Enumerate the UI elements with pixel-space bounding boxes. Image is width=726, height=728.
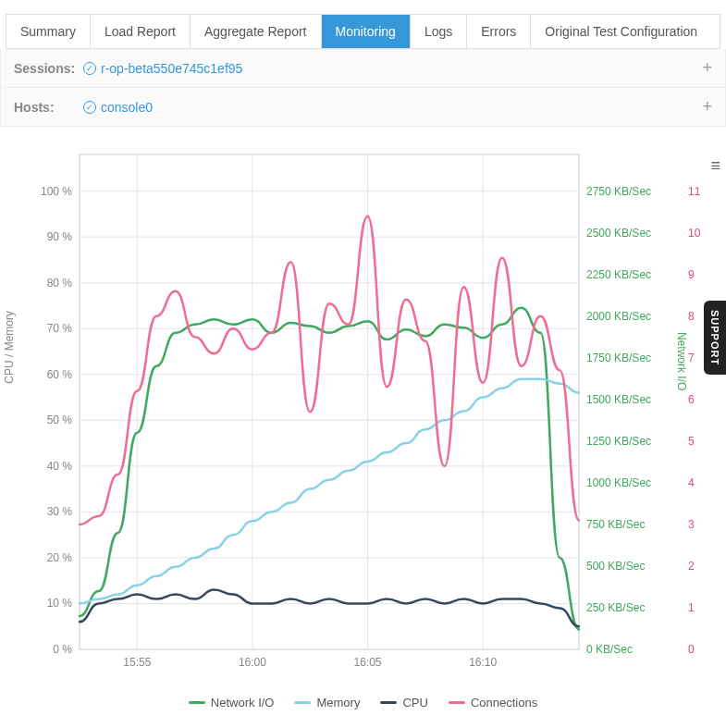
svg-text:10 %: 10 % <box>47 597 73 610</box>
svg-text:2: 2 <box>688 560 695 573</box>
svg-text:2250 KB/Sec: 2250 KB/Sec <box>586 268 651 281</box>
svg-text:20 %: 20 % <box>47 551 73 564</box>
tab-logs[interactable]: Logs <box>411 15 467 48</box>
svg-text:3: 3 <box>688 518 695 531</box>
svg-text:30 %: 30 % <box>47 505 73 518</box>
sessions-value-text: r-op-beta550e745c1ef95 <box>101 61 242 76</box>
svg-text:2000 KB/Sec: 2000 KB/Sec <box>586 310 651 323</box>
right-axis-title: Network I/O <box>675 332 688 390</box>
chart-container: CPU / Memory Network I/O ≡ 0 %10 %20 %30… <box>0 145 726 682</box>
legend-label: Network I/O <box>211 696 275 709</box>
add-session-button[interactable]: + <box>702 58 712 78</box>
svg-text:0: 0 <box>688 643 695 656</box>
tabs-bar: SummaryLoad ReportAggregate ReportMonito… <box>6 14 720 49</box>
svg-text:10: 10 <box>688 227 701 240</box>
svg-text:5: 5 <box>688 435 695 448</box>
svg-text:90 %: 90 % <box>47 230 73 243</box>
svg-text:15:55: 15:55 <box>123 656 151 669</box>
check-icon: ✓ <box>83 101 96 114</box>
svg-text:16:05: 16:05 <box>354 656 382 669</box>
sessions-row: Sessions: ✓ r-op-beta550e745c1ef95 + <box>0 49 726 88</box>
sessions-value[interactable]: ✓ r-op-beta550e745c1ef95 <box>83 61 242 76</box>
chart-legend: Network I/OMemoryCPUConnections <box>0 696 726 709</box>
support-button[interactable]: SUPPORT <box>704 301 726 375</box>
add-host-button[interactable]: + <box>702 97 712 117</box>
hosts-value-text: console0 <box>101 100 153 115</box>
svg-text:40 %: 40 % <box>47 460 73 473</box>
left-axis-title: CPU / Memory <box>3 311 16 384</box>
svg-text:7: 7 <box>688 352 695 364</box>
legend-label: CPU <box>402 696 427 709</box>
tab-load-report[interactable]: Load Report <box>91 15 191 48</box>
svg-text:2750 KB/Sec: 2750 KB/Sec <box>586 185 651 198</box>
svg-text:9: 9 <box>688 268 695 281</box>
legend-item-memory[interactable]: Memory <box>294 696 360 709</box>
svg-text:0 KB/Sec: 0 KB/Sec <box>586 643 633 656</box>
legend-item-cpu[interactable]: CPU <box>380 696 427 709</box>
svg-text:250 KB/Sec: 250 KB/Sec <box>586 601 645 614</box>
chart-menu-icon[interactable]: ≡ <box>710 156 720 176</box>
svg-text:1250 KB/Sec: 1250 KB/Sec <box>586 435 651 448</box>
legend-swatch <box>294 701 311 704</box>
tab-original-test-configuration[interactable]: Original Test Configuration <box>531 15 711 48</box>
legend-swatch <box>449 701 465 704</box>
svg-text:16:00: 16:00 <box>239 656 266 669</box>
svg-text:50 %: 50 % <box>47 413 73 426</box>
check-icon: ✓ <box>83 62 96 75</box>
legend-swatch <box>380 701 397 704</box>
sessions-label: Sessions: <box>14 61 83 76</box>
hosts-value[interactable]: ✓ console0 <box>83 100 153 115</box>
svg-text:4: 4 <box>688 476 695 489</box>
hosts-label: Hosts: <box>14 100 83 115</box>
monitoring-chart: 0 %10 %20 %30 %40 %50 %60 %70 %80 %90 %1… <box>0 145 726 682</box>
svg-text:60 %: 60 % <box>47 368 73 381</box>
svg-text:11: 11 <box>688 185 701 198</box>
svg-text:1750 KB/Sec: 1750 KB/Sec <box>586 352 651 364</box>
tab-monitoring[interactable]: Monitoring <box>322 15 411 48</box>
svg-text:80 %: 80 % <box>47 277 73 290</box>
svg-text:0 %: 0 % <box>53 643 72 656</box>
svg-text:8: 8 <box>688 310 695 323</box>
legend-item-network-i-o[interactable]: Network I/O <box>189 696 275 709</box>
legend-label: Connections <box>471 696 537 709</box>
tab-summary[interactable]: Summary <box>6 15 91 48</box>
tab-errors[interactable]: Errors <box>467 15 531 48</box>
svg-text:100 %: 100 % <box>41 185 72 198</box>
legend-label: Memory <box>316 696 360 709</box>
svg-text:1000 KB/Sec: 1000 KB/Sec <box>586 476 651 489</box>
legend-item-connections[interactable]: Connections <box>449 696 537 709</box>
svg-text:16:10: 16:10 <box>469 656 497 669</box>
svg-text:2500 KB/Sec: 2500 KB/Sec <box>586 227 651 240</box>
svg-text:750 KB/Sec: 750 KB/Sec <box>586 518 645 531</box>
tab-aggregate-report[interactable]: Aggregate Report <box>191 15 322 48</box>
hosts-row: Hosts: ✓ console0 + <box>0 88 726 127</box>
legend-swatch <box>189 701 205 704</box>
svg-text:1: 1 <box>688 601 695 614</box>
svg-text:70 %: 70 % <box>47 322 73 335</box>
svg-text:500 KB/Sec: 500 KB/Sec <box>586 560 645 573</box>
svg-text:6: 6 <box>688 393 695 406</box>
svg-text:1500 KB/Sec: 1500 KB/Sec <box>586 393 651 406</box>
